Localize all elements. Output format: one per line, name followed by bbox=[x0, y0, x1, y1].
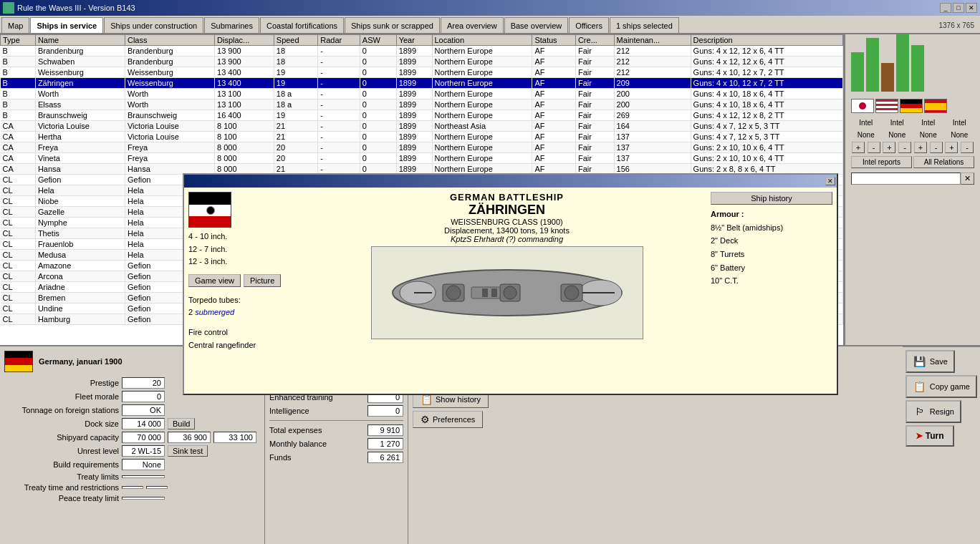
col-maintenance[interactable]: Maintenan... bbox=[614, 35, 691, 46]
search-clear-button[interactable]: ✕ bbox=[961, 173, 974, 185]
intelligence-value: 0 bbox=[368, 405, 403, 417]
pm-btn-8[interactable]: - bbox=[961, 142, 974, 153]
table-row[interactable]: BSchwabenBrandenburg13 90018-01899Northe… bbox=[1, 57, 843, 67]
armour-section: Armour : 8½" Belt (amidships) 2" Deck 8"… bbox=[711, 208, 832, 288]
shipyard-label: Shipyard capacity bbox=[4, 433, 119, 442]
shipyard-value2: 36 900 bbox=[168, 432, 211, 443]
flag-japan[interactable] bbox=[851, 99, 874, 113]
table-row[interactable]: BBraunschweigBraunschweig16 40019-01899N… bbox=[1, 110, 843, 121]
col-type[interactable]: Type bbox=[1, 35, 36, 46]
table-row[interactable]: CAVinetaFreya8 00020-01899Northern Europ… bbox=[1, 153, 843, 164]
history-icon: 📋 bbox=[421, 394, 433, 405]
torpedo-count: 2 bbox=[188, 308, 193, 316]
pm-btn-4[interactable]: - bbox=[898, 142, 911, 153]
tab-officers[interactable]: Officers bbox=[569, 17, 609, 33]
col-displac[interactable]: Displac... bbox=[215, 35, 274, 46]
peace-limit-row: Peace treaty limit bbox=[4, 494, 260, 502]
nation-name: Germany, januari 1900 bbox=[39, 357, 123, 366]
resign-row: 🏳 Resign bbox=[905, 400, 977, 423]
germany-flag bbox=[5, 351, 32, 371]
tab-area-overview[interactable]: Area overview bbox=[441, 17, 504, 33]
turn-button[interactable]: ➤ Turn bbox=[905, 425, 954, 447]
ship-svg bbox=[378, 250, 636, 336]
col-radar[interactable]: Radar bbox=[318, 35, 360, 46]
pm-btn-1[interactable]: + bbox=[852, 142, 865, 153]
tab-ships-service[interactable]: Ships in service bbox=[30, 17, 103, 33]
svg-point-8 bbox=[446, 286, 461, 300]
intel-label-row: Intel Intel Intel Intel bbox=[848, 117, 977, 128]
tab-ships-selected[interactable]: 1 ships selected bbox=[610, 17, 679, 33]
build-button[interactable]: Build bbox=[168, 418, 195, 429]
intel-value-1: None bbox=[851, 131, 881, 139]
save-button[interactable]: 💾 Save bbox=[905, 350, 955, 373]
copy-game-button[interactable]: 📋 Copy game bbox=[905, 375, 977, 398]
col-year[interactable]: Year bbox=[396, 35, 432, 46]
intelligence-label: Intelligence bbox=[269, 407, 365, 415]
flag-spain[interactable] bbox=[924, 99, 947, 113]
armour-turrets: 8" Turrets bbox=[711, 248, 832, 261]
maximize-button[interactable]: □ bbox=[953, 3, 964, 13]
treaty-time-row: Treaty time and restrictions bbox=[4, 483, 260, 492]
chart-area bbox=[848, 37, 977, 94]
shipyard-value1: 70 000 bbox=[122, 432, 165, 443]
monthly-balance-label: Monthly balance bbox=[269, 439, 365, 448]
app-icon bbox=[3, 2, 14, 14]
col-asw[interactable]: ASW bbox=[360, 35, 396, 46]
armour-title: Armour : bbox=[711, 208, 832, 221]
popup-close-button[interactable]: ✕ bbox=[825, 177, 835, 185]
sink-test-button[interactable]: Sink test bbox=[168, 445, 208, 457]
picture-button[interactable]: Picture bbox=[244, 274, 281, 287]
pm-btn-3[interactable]: + bbox=[883, 142, 895, 153]
search-input[interactable] bbox=[851, 173, 961, 185]
table-row[interactable]: CAVictoria LouiseVictoria Louise8 10021-… bbox=[1, 121, 843, 132]
popup-left: 4 - 10 inch. 12 - 7 inch. 12 - 3 inch. G… bbox=[188, 192, 303, 389]
table-row[interactable]: CAFreyaFreya8 00020-01899Northern Europe… bbox=[1, 142, 843, 153]
tab-base-overview[interactable]: Base overview bbox=[504, 17, 569, 33]
table-row[interactable]: BBrandenburgBrandenburg13 90018-01899Nor… bbox=[1, 46, 843, 57]
pm-btn-6[interactable]: - bbox=[930, 142, 943, 153]
tab-ships-scrapped[interactable]: Ships sunk or scrapped bbox=[345, 17, 440, 33]
flag-germany[interactable] bbox=[900, 99, 923, 113]
minimize-button[interactable]: _ bbox=[940, 3, 951, 13]
copy-row: 📋 Copy game bbox=[905, 375, 977, 398]
table-row[interactable]: BZähringenWeissenburg13 40019-01899North… bbox=[1, 78, 843, 89]
treaty-limits-label: Treaty limits bbox=[4, 472, 119, 481]
intel-reports-button[interactable]: Intel reports bbox=[851, 156, 912, 168]
flag-usa[interactable] bbox=[875, 99, 898, 113]
prestige-value: 20 bbox=[122, 377, 165, 389]
menu-bar: Map Ships in service Ships under constru… bbox=[0, 16, 980, 34]
resign-button[interactable]: 🏳 Resign bbox=[905, 400, 961, 423]
col-description[interactable]: Description bbox=[691, 35, 842, 46]
tab-submarines[interactable]: Submarines bbox=[204, 17, 259, 33]
table-row[interactable]: BWeissenburgWeissenburg13 40019-01899Nor… bbox=[1, 67, 843, 78]
game-view-button[interactable]: Game view bbox=[188, 274, 241, 287]
all-relations-button[interactable]: All Relations bbox=[913, 156, 974, 168]
tab-coastal-fort[interactable]: Coastal fortifications bbox=[260, 17, 344, 33]
close-button[interactable]: ✕ bbox=[966, 3, 977, 13]
table-row[interactable]: CAHerthaVictoria Louise8 10021-01899Nort… bbox=[1, 132, 843, 142]
col-location[interactable]: Location bbox=[432, 35, 532, 46]
col-class[interactable]: Class bbox=[125, 35, 214, 46]
foreign-stations-row: Tonnage on foreign stations OK bbox=[4, 404, 260, 416]
preferences-button[interactable]: ⚙ Preferences bbox=[413, 411, 483, 428]
ship-history-button[interactable]: Ship history bbox=[711, 192, 832, 205]
tab-map[interactable]: Map bbox=[1, 17, 29, 33]
foreign-stations-label: Tonnage on foreign stations bbox=[4, 406, 119, 414]
col-status[interactable]: Status bbox=[532, 35, 575, 46]
pm-btn-2[interactable]: - bbox=[868, 142, 880, 153]
build-req-row: Build requirements None bbox=[4, 459, 260, 470]
col-name[interactable]: Name bbox=[35, 35, 125, 46]
table-row[interactable]: BWorthWorth13 10018 a-01899Northern Euro… bbox=[1, 89, 843, 99]
turn-arrow-icon: ➤ bbox=[916, 431, 923, 441]
table-row[interactable]: BElsassWorth13 10018 a-01899Northern Eur… bbox=[1, 99, 843, 110]
col-crew[interactable]: Cre... bbox=[575, 35, 614, 46]
popup-torpedo: Torpedo tubes: 2 submerged bbox=[188, 294, 303, 319]
col-speed[interactable]: Speed bbox=[274, 35, 317, 46]
search-box: ✕ bbox=[851, 173, 974, 185]
ship-class: WEISSENBURG CLASS (1900) bbox=[444, 218, 570, 226]
tab-ships-construction[interactable]: Ships under construction bbox=[104, 17, 203, 33]
treaty-limits-value bbox=[122, 475, 165, 478]
pm-btn-5[interactable]: + bbox=[914, 142, 927, 153]
pm-btn-7[interactable]: + bbox=[945, 142, 958, 153]
armour-belt: 8½" Belt (amidships) bbox=[711, 221, 832, 235]
